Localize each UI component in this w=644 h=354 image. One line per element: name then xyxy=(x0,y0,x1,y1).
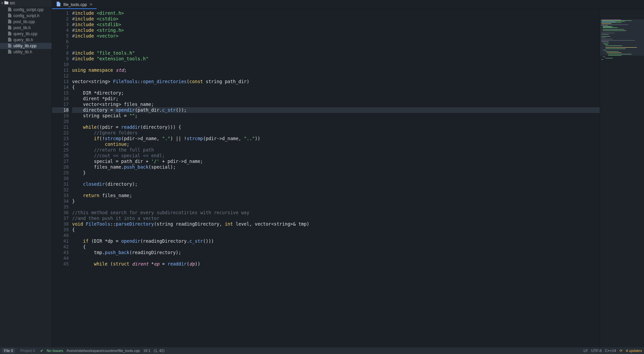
line-number[interactable]: 38 xyxy=(52,221,69,227)
line-number[interactable]: 6 xyxy=(52,39,69,45)
sidebar-item-config-script-cpp[interactable]: config_script.cpp xyxy=(0,7,52,13)
line-number[interactable]: 36 xyxy=(52,210,69,216)
code-line[interactable]: #include <string.h> xyxy=(72,27,600,33)
line-number[interactable]: 21 xyxy=(52,124,69,130)
line-number[interactable]: 34 xyxy=(52,198,69,204)
code-line[interactable]: } xyxy=(72,170,600,176)
line-number[interactable]: 37 xyxy=(52,216,69,221)
code-line[interactable]: #include "extension_tools.h" xyxy=(72,56,600,62)
line-number[interactable]: 32 xyxy=(52,187,69,193)
code-line[interactable]: vector<string> FileTools::open_directori… xyxy=(72,79,600,84)
line-number[interactable]: 30 xyxy=(52,176,69,181)
code-line[interactable] xyxy=(72,119,600,124)
sidebar-item-utility-lib-cpp[interactable]: utility_lib.cpp xyxy=(0,43,52,49)
status-eol[interactable]: LF xyxy=(584,349,588,353)
code-line[interactable]: vector<string> files_name; xyxy=(72,102,600,107)
line-number[interactable]: 5 xyxy=(52,33,69,39)
line-number[interactable]: 29 xyxy=(52,170,69,176)
status-project-chip[interactable]: Project 0 xyxy=(18,348,37,353)
file-tree-sidebar[interactable]: ▾ src config_script.cppconfig_script.hpo… xyxy=(0,0,52,354)
code-line[interactable]: //this method search for every subdireco… xyxy=(72,210,600,216)
code-line[interactable]: void FileTools::parseDirectory(string re… xyxy=(72,221,600,227)
code-line[interactable]: } xyxy=(72,198,600,204)
line-number[interactable]: 16 xyxy=(52,96,69,102)
close-icon[interactable]: ✕ xyxy=(90,2,93,7)
code-line[interactable]: { xyxy=(72,227,600,233)
code-line[interactable]: return files_name; xyxy=(72,193,600,198)
status-updates[interactable]: 4 updates xyxy=(626,349,642,353)
line-number[interactable]: 39 xyxy=(52,227,69,233)
status-encoding[interactable]: UTF-8 xyxy=(591,349,601,353)
code-line[interactable]: while((pdir = readdir(directory))) { xyxy=(72,124,600,130)
line-number[interactable]: 27 xyxy=(52,159,69,164)
code-line[interactable]: directory = opendir(path_dir.c_str()); xyxy=(72,107,600,113)
line-number[interactable]: 7 xyxy=(52,45,69,50)
line-number[interactable]: 22 xyxy=(52,130,69,136)
line-gutter[interactable]: 1234567891011121314151617181920212223242… xyxy=(52,9,72,354)
tree-root-row[interactable]: ▾ src xyxy=(0,0,52,7)
line-number[interactable]: 10 xyxy=(52,62,69,67)
line-number[interactable]: 2 xyxy=(52,16,69,22)
line-number[interactable]: 3 xyxy=(52,22,69,27)
code-line[interactable]: closedir(directory); xyxy=(72,181,600,187)
code-line[interactable]: while (struct dirent *ep = readdir(dp)) xyxy=(72,261,600,267)
sidebar-item-utility-lib-h[interactable]: utility_lib.h xyxy=(0,49,52,55)
line-number[interactable]: 40 xyxy=(52,233,69,238)
line-number[interactable]: 12 xyxy=(52,73,69,79)
code-line[interactable]: { xyxy=(72,244,600,250)
line-number[interactable]: 23 xyxy=(52,136,69,141)
code-line[interactable]: if(!strcmp(pdir->d_name, ".") || !strcmp… xyxy=(72,136,600,141)
code-line[interactable]: //cout << special << endl; xyxy=(72,153,600,159)
line-number[interactable]: 20 xyxy=(52,119,69,124)
code-line[interactable]: special = path_dir + '/' + pdir->d_name; xyxy=(72,159,600,164)
tab-bar[interactable]: file_tools.cpp ✕ xyxy=(52,0,644,9)
line-number[interactable]: 33 xyxy=(52,193,69,198)
status-position[interactable]: 18:1 xyxy=(143,349,150,353)
line-number[interactable]: 45 xyxy=(52,261,69,267)
code-line[interactable] xyxy=(72,45,600,50)
code-line[interactable] xyxy=(72,73,600,79)
line-number[interactable]: 8 xyxy=(52,50,69,56)
sidebar-item-query-lib-cpp[interactable]: query_lib.cpp xyxy=(0,31,52,37)
code-line[interactable]: dirent *pdir; xyxy=(72,96,600,102)
code-line[interactable]: { xyxy=(72,84,600,90)
code-editor[interactable]: 1234567891011121314151617181920212223242… xyxy=(52,9,644,354)
line-number[interactable]: 14 xyxy=(52,84,69,90)
sidebar-item-post-lib-cpp[interactable]: post_lib.cpp xyxy=(0,19,52,25)
line-number[interactable]: 44 xyxy=(52,255,69,261)
sidebar-item-query-lib-h[interactable]: query_lib.h xyxy=(0,37,52,43)
code-line[interactable]: DIR *directory; xyxy=(72,90,600,96)
code-line[interactable]: #include "file_tools.h" xyxy=(72,50,600,56)
line-number[interactable]: 13 xyxy=(52,79,69,84)
code-line[interactable]: #include <vector> xyxy=(72,33,600,39)
code-line[interactable] xyxy=(72,62,600,67)
code-line[interactable]: #include <cstdio> xyxy=(72,16,600,22)
status-language[interactable]: C++14 xyxy=(605,349,616,353)
line-number[interactable]: 24 xyxy=(52,141,69,147)
code-line[interactable] xyxy=(72,187,600,193)
code-line[interactable]: #include <cstdlib> xyxy=(72,22,600,27)
sidebar-item-config-script-h[interactable]: config_script.h xyxy=(0,13,52,19)
line-number[interactable]: 17 xyxy=(52,102,69,107)
line-number[interactable]: 9 xyxy=(52,56,69,62)
code-line[interactable]: //return the full path xyxy=(72,147,600,153)
code-line[interactable]: tmp.push_back(readingDirectory); xyxy=(72,250,600,255)
code-line[interactable] xyxy=(72,176,600,181)
line-number[interactable]: 18 xyxy=(52,107,69,113)
line-number[interactable]: 15 xyxy=(52,90,69,96)
code-line[interactable]: continue; xyxy=(72,141,600,147)
line-number[interactable]: 19 xyxy=(52,113,69,119)
code-line[interactable]: #include <dirent.h> xyxy=(72,10,600,16)
line-number[interactable]: 42 xyxy=(52,244,69,250)
status-file-chip[interactable]: File 0 xyxy=(2,348,15,353)
line-number[interactable]: 1 xyxy=(52,10,69,16)
code-line[interactable]: if (DIR *dp = opendir(readingDirectory.c… xyxy=(72,238,600,244)
code-line[interactable] xyxy=(72,204,600,210)
status-path[interactable]: /home/stel/workspace/countme/file_tools.… xyxy=(66,349,140,353)
code-line[interactable]: //Ignore folders xyxy=(72,130,600,136)
code-line[interactable]: string special = ""; xyxy=(72,113,600,119)
code-line[interactable]: files_name.push_back(special); xyxy=(72,164,600,170)
line-number[interactable]: 11 xyxy=(52,67,69,73)
code-line[interactable]: using namespace std; xyxy=(72,67,600,73)
code-line[interactable] xyxy=(72,233,600,238)
